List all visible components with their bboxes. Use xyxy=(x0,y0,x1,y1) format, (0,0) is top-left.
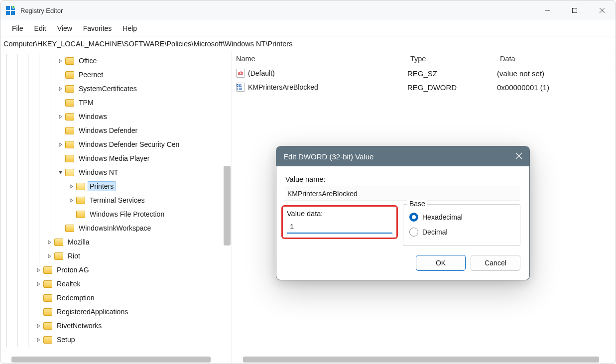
ok-button[interactable]: OK xyxy=(416,255,466,271)
value-data-input[interactable] xyxy=(287,220,392,234)
folder-icon xyxy=(43,294,52,302)
folder-icon xyxy=(54,239,63,246)
value-data-label: Value data: xyxy=(287,210,392,218)
folder-icon xyxy=(65,85,74,93)
tree-node[interactable]: Realtek xyxy=(0,277,232,291)
tree-node[interactable]: Windows Media Player xyxy=(0,151,232,165)
dialog-titlebar[interactable]: Edit DWORD (32-bit) Value xyxy=(276,146,529,166)
chevron-right-icon[interactable] xyxy=(66,184,76,189)
column-type[interactable]: Type xyxy=(410,55,500,63)
radio-hexadecimal[interactable]: Hexadecimal xyxy=(409,210,514,225)
tree-node[interactable]: RivetNetworks xyxy=(0,319,232,333)
dialog-title: Edit DWORD (32-bit) Value xyxy=(283,152,373,161)
tree-node[interactable]: Office xyxy=(0,54,232,68)
svg-rect-3 xyxy=(11,11,15,15)
tree-node[interactable]: Redemption xyxy=(0,291,232,305)
value-data-highlight: Value data: xyxy=(281,205,398,239)
svg-point-4 xyxy=(12,5,15,8)
chevron-right-icon[interactable] xyxy=(55,59,65,63)
folder-icon xyxy=(54,252,63,260)
minimize-button[interactable] xyxy=(533,0,561,20)
tree-label: Windows Defender Security Cen xyxy=(77,140,181,149)
tree-label: Windows NT xyxy=(77,168,120,177)
menu-help[interactable]: Help xyxy=(117,22,142,34)
folder-icon xyxy=(65,113,74,121)
tree-node[interactable]: Terminal Services xyxy=(0,193,232,207)
radio-icon xyxy=(409,228,418,237)
tree-node[interactable]: Peernet xyxy=(0,68,232,82)
folder-icon xyxy=(43,336,52,344)
tree-label: Mozilla xyxy=(66,238,91,246)
chevron-right-icon[interactable] xyxy=(55,115,65,119)
chevron-right-icon[interactable] xyxy=(66,198,76,203)
chevron-right-icon[interactable] xyxy=(33,268,43,272)
titlebar: Registry Editor xyxy=(0,0,616,20)
tree-node[interactable]: Proton AG xyxy=(0,263,232,277)
maximize-button[interactable] xyxy=(561,0,588,20)
folder-icon xyxy=(76,211,85,218)
menu-view[interactable]: View xyxy=(52,22,78,34)
tree-node[interactable]: Mozilla xyxy=(0,235,232,249)
folder-icon xyxy=(43,280,52,288)
svg-rect-6 xyxy=(572,8,577,13)
chevron-right-icon[interactable] xyxy=(44,240,54,244)
tree-label: Realtek xyxy=(55,279,82,288)
tree-vertical-scrollbar[interactable] xyxy=(224,166,231,245)
menu-favorites[interactable]: Favorites xyxy=(78,22,118,34)
tree-label: Office xyxy=(77,56,98,65)
tree-node[interactable]: SystemCertificates xyxy=(0,82,232,96)
tree-node[interactable]: Riot xyxy=(0,249,232,263)
dword-value-icon: 011 110 xyxy=(236,83,245,92)
tree-node[interactable]: Windows NT xyxy=(0,165,232,179)
chevron-down-icon[interactable] xyxy=(55,170,65,175)
address-text: Computer\HKEY_LOCAL_MACHINE\SOFTWARE\Pol… xyxy=(3,40,292,48)
chevron-right-icon[interactable] xyxy=(33,282,43,286)
column-name[interactable]: Name xyxy=(236,55,410,63)
folder-icon xyxy=(76,183,85,190)
address-bar[interactable]: Computer\HKEY_LOCAL_MACHINE\SOFTWARE\Pol… xyxy=(0,36,616,51)
value-name-field[interactable]: KMPrintersAreBlocked xyxy=(285,186,520,201)
chevron-right-icon[interactable] xyxy=(44,254,54,258)
chevron-right-icon[interactable] xyxy=(55,87,65,91)
tree-node[interactable]: TPM xyxy=(0,96,232,110)
tree-label: RegisteredApplications xyxy=(55,307,129,316)
folder-icon xyxy=(76,197,85,204)
tree-label: Windows File Protection xyxy=(88,210,166,219)
window-title: Registry Editor xyxy=(20,7,63,14)
regedit-icon xyxy=(5,5,15,15)
cancel-button[interactable]: Cancel xyxy=(471,255,520,271)
tree-node[interactable]: Windows File Protection xyxy=(0,207,232,221)
radio-icon xyxy=(409,213,418,222)
tree-horizontal-scrollbar[interactable] xyxy=(11,357,211,363)
tree-label: Windows Media Player xyxy=(77,154,151,163)
column-data[interactable]: Data xyxy=(500,55,616,63)
menu-edit[interactable]: Edit xyxy=(29,22,52,34)
base-group: Base Hexadecimal Decimal xyxy=(403,204,520,246)
tree-label: SystemCertificates xyxy=(77,84,138,93)
menu-file[interactable]: File xyxy=(6,22,29,34)
chevron-right-icon[interactable] xyxy=(55,142,65,147)
dialog-close-icon[interactable] xyxy=(515,152,522,161)
close-button[interactable] xyxy=(588,0,616,20)
value-row[interactable]: ab(Default)REG_SZ(value not set) xyxy=(232,66,616,80)
tree-node[interactable]: Setup xyxy=(0,333,232,347)
tree-node[interactable]: Windows xyxy=(0,110,232,123)
tree-label: Windows xyxy=(77,112,109,121)
menubar: File Edit View Favorites Help xyxy=(0,20,616,36)
tree-node[interactable]: Windows Defender Security Cen xyxy=(0,137,232,151)
chevron-right-icon[interactable] xyxy=(33,324,43,328)
value-row[interactable]: 011 110KMPrintersAreBlockedREG_DWORD0x00… xyxy=(232,80,616,94)
tree-label: Setup xyxy=(55,335,77,344)
base-legend: Base xyxy=(407,200,427,208)
tree-label: Terminal Services xyxy=(88,196,146,205)
tree-node[interactable]: RegisteredApplications xyxy=(0,305,232,319)
list-horizontal-scrollbar[interactable] xyxy=(243,357,599,363)
string-value-icon: ab xyxy=(236,69,245,78)
tree-node[interactable]: WindowsInkWorkspace xyxy=(0,221,232,235)
folder-icon xyxy=(65,225,74,232)
folder-icon xyxy=(65,99,74,107)
tree-node[interactable]: Windows Defender xyxy=(0,123,232,137)
radio-decimal[interactable]: Decimal xyxy=(409,225,514,240)
chevron-right-icon[interactable] xyxy=(33,338,43,342)
tree-node[interactable]: Printers xyxy=(0,179,232,193)
